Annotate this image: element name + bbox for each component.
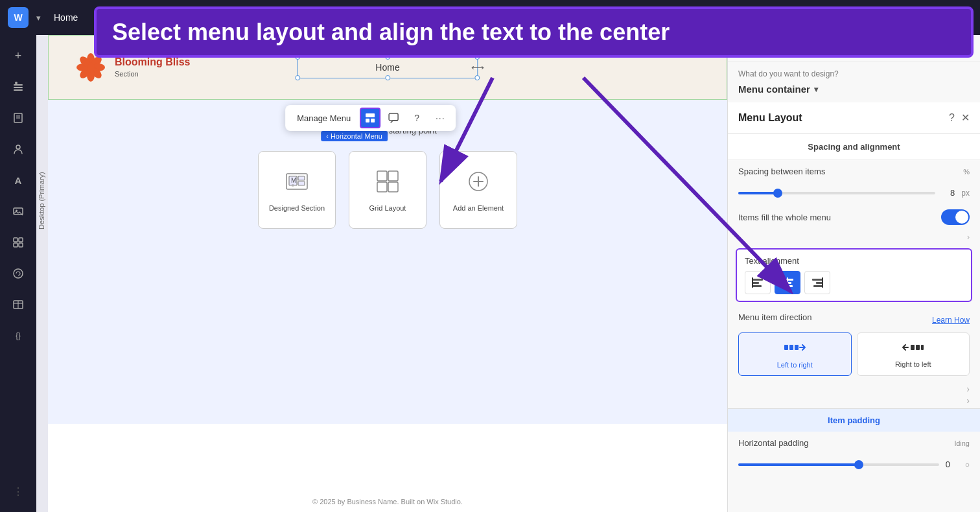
svg-rect-61 [921, 345, 924, 350]
svg-rect-34 [298, 181, 305, 185]
ltr-label: Left to right [743, 361, 847, 369]
help-icon-btn[interactable]: ? [406, 108, 427, 128]
expand-icon-1[interactable]: › [967, 233, 970, 242]
svg-rect-11 [19, 238, 23, 242]
slider-row: 8 px [728, 183, 980, 203]
layers-icon[interactable] [5, 74, 31, 100]
add-element-label: Add an Element [453, 204, 504, 212]
svg-point-3 [15, 82, 18, 84]
svg-rect-58 [795, 345, 799, 350]
svg-rect-33 [298, 176, 305, 180]
menu-layout-help-icon[interactable]: ? [949, 112, 955, 124]
svg-rect-13 [19, 243, 23, 247]
svg-rect-56 [784, 345, 788, 350]
manage-menu-btn[interactable]: Manage Menu [290, 111, 357, 126]
menu-nav-home: Home [375, 62, 399, 73]
spacing-value: 8 [942, 188, 955, 198]
text-icon[interactable]: A [5, 167, 31, 193]
svg-rect-39 [377, 182, 387, 192]
horizontal-padding-row: Horizontal padding lding [728, 432, 980, 454]
text-alignment-buttons [745, 271, 963, 294]
menu-layout-close-icon[interactable]: ✕ [961, 111, 970, 124]
add-icon[interactable]: + [5, 43, 31, 69]
svg-rect-60 [916, 345, 920, 350]
blocks-icon[interactable] [5, 229, 31, 255]
pages-icon[interactable] [5, 105, 31, 131]
svg-rect-1 [14, 87, 23, 88]
svg-rect-54 [813, 285, 822, 287]
ltr-icon [743, 340, 847, 358]
padding-circle: ○ [965, 460, 970, 469]
drag-handle: ⋮ [5, 478, 31, 504]
menu-layout-title: Menu Layout [738, 112, 802, 124]
spacing-slider[interactable] [738, 192, 935, 194]
spacing-label: Spacing between items [738, 167, 825, 176]
table-icon[interactable] [5, 292, 31, 318]
spacing-alignment-header: Spacing and alignment [728, 134, 980, 160]
resize-handle[interactable]: ⟷ [471, 62, 484, 73]
expand-icon-3[interactable]: › [966, 395, 970, 406]
design-selector[interactable]: Menu container ▾ [738, 84, 970, 95]
logo-chevron: ▾ [36, 13, 41, 23]
comment-icon-btn[interactable] [383, 108, 404, 128]
designed-section-card[interactable]: M ≡ Designed Section [258, 151, 336, 229]
fill-menu-toggle[interactable] [941, 209, 970, 225]
fill-menu-row: Items fill the whole menu [728, 203, 980, 231]
designed-section-label: Designed Section [269, 204, 325, 212]
align-right-btn[interactable] [804, 271, 830, 294]
starting-point-cards: M ≡ Designed Section [258, 151, 517, 229]
svg-rect-52 [812, 279, 822, 281]
direction-header: Menu item direction Learn How [738, 312, 970, 327]
designed-section-icon: M ≡ [284, 169, 310, 199]
grid-layout-card[interactable]: Grid Layout [349, 151, 426, 229]
item-padding-header: Item padding [728, 408, 980, 432]
svg-point-26 [87, 64, 95, 71]
svg-rect-45 [752, 282, 759, 284]
menu-layout-actions: ? ✕ [949, 111, 970, 124]
grid-layout-icon [375, 169, 401, 199]
rtl-direction-btn[interactable]: Right to left [857, 332, 970, 376]
svg-rect-0 [14, 84, 23, 86]
svg-rect-10 [14, 238, 18, 242]
text-alignment-label: Text alignment [745, 256, 963, 266]
add-element-icon [465, 169, 491, 199]
more-icon-btn[interactable]: ··· [430, 108, 450, 128]
ltr-direction-btn[interactable]: Left to right [738, 332, 852, 376]
spacing-row: Spacing between items % [728, 160, 980, 183]
code-icon[interactable]: {} [5, 323, 31, 349]
right-panel: Page › Header › Horizontal Menu › What d… [727, 35, 980, 512]
svg-rect-44 [752, 279, 763, 281]
media-icon[interactable] [5, 198, 31, 224]
selector-chevron-icon: ▾ [814, 85, 818, 94]
logo-text: Blooming Bliss Section [115, 56, 190, 78]
learn-how-link[interactable]: Learn How [932, 316, 970, 325]
svg-rect-55 [822, 277, 823, 288]
home-button[interactable]: Home [49, 10, 83, 25]
svg-rect-30 [389, 113, 398, 121]
grid-layout-label: Grid Layout [369, 204, 406, 212]
apps-icon[interactable] [5, 261, 31, 286]
align-center-btn[interactable] [775, 271, 800, 294]
expand-icon-2[interactable]: › [966, 384, 970, 394]
rtl-label: Right to left [861, 360, 966, 368]
wix-logo[interactable]: W [8, 7, 29, 28]
add-element-card[interactable]: Add an Element [439, 151, 517, 229]
padding-slider[interactable] [738, 463, 939, 466]
svg-rect-2 [14, 89, 23, 91]
website-preview: Blooming Bliss Section Home ⟷ Manage Men… [48, 35, 727, 512]
svg-rect-28 [366, 119, 369, 122]
svg-rect-12 [14, 243, 18, 247]
svg-rect-47 [752, 277, 753, 288]
direction-buttons: Left to right Right to left [738, 332, 970, 376]
layout-icon-btn[interactable] [360, 108, 380, 128]
site-footer: © 2025 by Business Name. Built on Wix St… [312, 498, 463, 506]
horizontal-menu-label: ‹ Horizontal Menu [321, 131, 388, 141]
people-icon[interactable] [5, 136, 31, 162]
align-left-btn[interactable] [745, 271, 771, 294]
spacing-percent: % [963, 168, 970, 176]
menu-selection-box[interactable]: Home ⟷ [297, 56, 478, 78]
svg-rect-27 [366, 113, 375, 117]
svg-text:≡: ≡ [292, 183, 294, 187]
expand-rows: › [728, 231, 980, 243]
handle-bl [295, 75, 300, 80]
